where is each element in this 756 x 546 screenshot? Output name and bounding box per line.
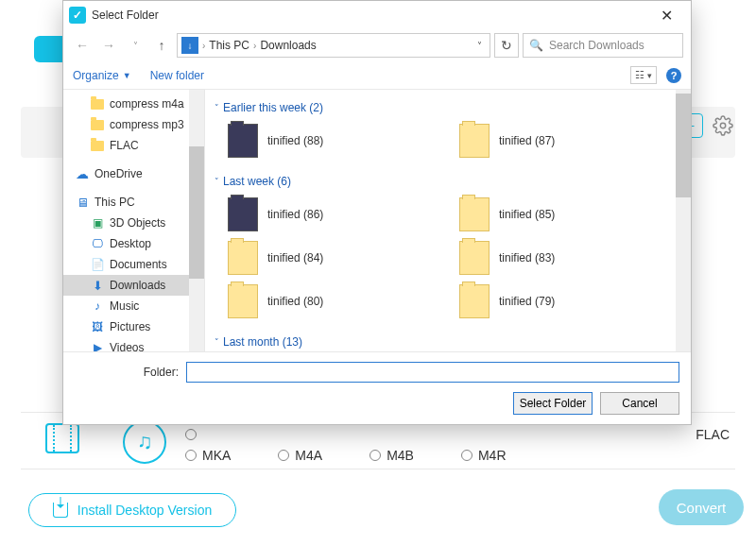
cancel-button[interactable]: Cancel [600, 392, 679, 415]
chevron-down-icon: ˅ [215, 337, 219, 347]
search-input[interactable]: 🔍 Search Downloads [523, 33, 683, 58]
format-row-hidden: XXX [185, 427, 229, 442]
nav-up[interactable]: ↑ [150, 34, 173, 57]
nav-row: ← → ˅ ↑ ↓ › This PC › Downloads ˅ ↻ 🔍 Se… [63, 29, 691, 61]
format-m4b[interactable]: M4B [369, 448, 414, 463]
breadcrumb[interactable]: ↓ › This PC › Downloads ˅ [177, 33, 490, 58]
file-pane[interactable]: ˅Earlier this week (2)tinified (88)tinif… [205, 90, 691, 351]
folder-item[interactable]: tinified (79) [455, 281, 678, 322]
folder-item[interactable]: tinified (86) [224, 194, 446, 235]
nav-recent[interactable]: ˅ [124, 34, 146, 57]
format-mka[interactable]: MKA [185, 448, 231, 463]
folder-icon [459, 124, 490, 158]
folder-item[interactable]: tinified (84) [224, 237, 446, 279]
format-m4r[interactable]: M4R [461, 448, 507, 463]
chevron-right-icon: › [253, 41, 256, 51]
dialog-title: Select Folder [92, 9, 159, 22]
group-header[interactable]: ˅Earlier this week (2) [209, 95, 687, 120]
folder-icon [228, 241, 258, 275]
chevron-down-icon: ˅ [215, 177, 219, 186]
tree-node-compress-mp3[interactable]: compress mp3 [63, 114, 204, 135]
folder-icon [459, 241, 490, 275]
audio-format-icon[interactable]: ♫ [123, 420, 166, 464]
tree-node-music[interactable]: ♪Music [63, 296, 204, 316]
video-format-icon[interactable] [45, 423, 79, 453]
tree-node-3d-objects[interactable]: ▣3D Objects [63, 213, 204, 233]
folder-item[interactable]: tinified (80) [224, 281, 446, 322]
close-button[interactable]: ✕ [647, 2, 685, 28]
download-icon [53, 503, 68, 518]
dialog-footer: Folder: Select Folder Cancel [63, 351, 691, 424]
new-folder-button[interactable]: New folder [150, 69, 204, 82]
folder-input[interactable] [186, 362, 679, 383]
nav-back[interactable]: ← [71, 34, 94, 57]
search-icon: 🔍 [529, 39, 543, 52]
folder-icon [459, 284, 490, 318]
tree-node-videos[interactable]: ▶Videos [63, 337, 204, 351]
help-icon[interactable]: ? [666, 68, 681, 83]
breadcrumb-root[interactable]: This PC [209, 39, 249, 52]
organize-menu[interactable]: Organize▼ [73, 69, 131, 82]
nav-tree[interactable]: compress m4acompress mp3FLAC☁OneDrive🖥Th… [63, 90, 205, 351]
folder-icon [228, 124, 258, 158]
chevron-right-icon: › [202, 41, 205, 51]
nav-forward: → [97, 34, 120, 57]
tree-node-flac[interactable]: FLAC [63, 135, 204, 156]
filepane-scrollbar[interactable] [676, 90, 691, 351]
breadcrumb-current[interactable]: Downloads [260, 39, 316, 52]
tree-scroll-thumb[interactable] [189, 146, 204, 279]
folder-icon [228, 284, 258, 318]
tree-node-compress-m4a[interactable]: compress m4a [63, 94, 204, 114]
tree-node-this-pc[interactable]: 🖥This PC [63, 192, 204, 213]
install-desktop-button[interactable]: Install Desktop Version [28, 493, 236, 527]
folder-icon [459, 197, 490, 231]
group-header[interactable]: ˅Last week (6) [209, 169, 687, 194]
format-row: MKA M4A M4B M4R [185, 448, 507, 463]
filepane-scroll-thumb[interactable] [676, 94, 691, 197]
svg-point-0 [720, 123, 726, 128]
folder-down-icon: ↓ [181, 37, 198, 54]
tree-node-documents[interactable]: 📄Documents [63, 254, 204, 275]
tree-node-onedrive[interactable]: ☁OneDrive [63, 163, 204, 184]
tree-node-downloads[interactable]: ⬇Downloads [63, 275, 204, 296]
dialog-body: compress m4acompress mp3FLAC☁OneDrive🖥Th… [63, 90, 691, 351]
format-flac[interactable]: FLAC [696, 427, 730, 442]
convert-button[interactable]: Convert [659, 489, 744, 525]
folder-item[interactable]: tinified (88) [224, 120, 446, 162]
folder-icon [228, 197, 258, 231]
chevron-down-icon: ˅ [215, 103, 219, 112]
group-header[interactable]: ˅Last month (13) [209, 330, 687, 351]
app-icon: ✓ [69, 7, 86, 24]
install-label: Install Desktop Version [77, 503, 212, 518]
titlebar: ✓ Select Folder ✕ [63, 1, 691, 29]
folder-label: Folder: [75, 366, 179, 379]
search-placeholder: Search Downloads [549, 39, 644, 52]
tree-node-desktop[interactable]: 🖵Desktop [63, 233, 204, 254]
settings-icon[interactable] [711, 113, 735, 138]
bg-tab [34, 36, 62, 62]
folder-item[interactable]: tinified (85) [455, 194, 678, 235]
select-folder-button[interactable]: Select Folder [513, 392, 593, 415]
divider-2 [21, 469, 735, 469]
toolbar: Organize▼ New folder ☷▾ ? [63, 61, 691, 90]
folder-item[interactable]: tinified (83) [455, 237, 678, 279]
folder-item[interactable]: tinified (87) [455, 120, 678, 162]
select-folder-dialog: ✓ Select Folder ✕ ← → ˅ ↑ ↓ › This PC › … [62, 0, 692, 425]
breadcrumb-dropdown[interactable]: ˅ [473, 41, 486, 51]
tree-node-pictures[interactable]: 🖼Pictures [63, 316, 204, 337]
format-m4a[interactable]: M4A [278, 448, 322, 463]
tree-scrollbar[interactable] [189, 90, 204, 351]
view-mode-button[interactable]: ☷▾ [630, 66, 657, 84]
refresh-button[interactable]: ↻ [494, 33, 519, 58]
